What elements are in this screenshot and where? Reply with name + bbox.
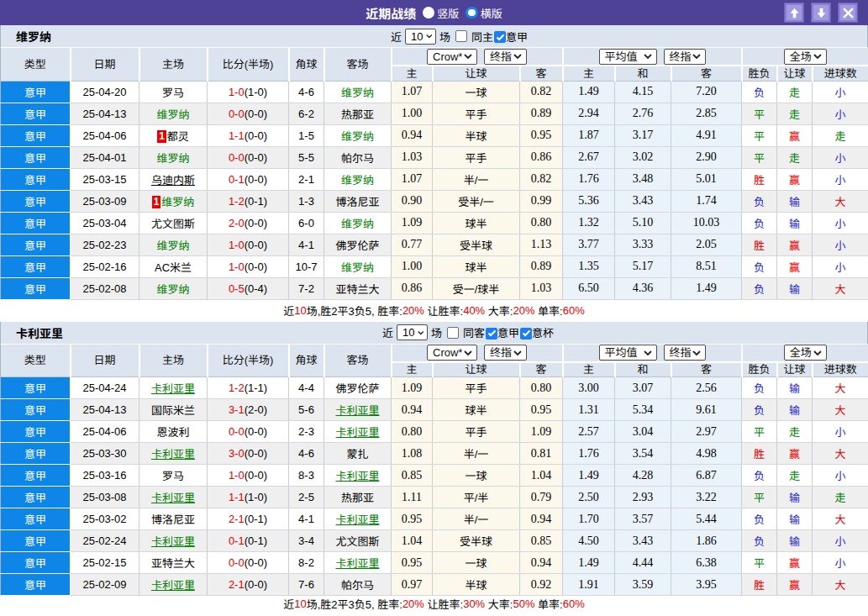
summary-text: 让胜率: [424, 303, 463, 319]
same-venue-checkbox[interactable] [447, 327, 459, 339]
blocks-container: 维罗纳 近 10 场 同主 意甲 类型 日期 主场 [0, 25, 868, 616]
away-team-cell[interactable]: 维罗纳 [324, 255, 392, 277]
score-cell: 1-1(1-0) [208, 487, 289, 508]
away-team-cell[interactable]: 卡利亚里 [324, 421, 392, 443]
away-team-cell[interactable]: 佛罗伦萨 [324, 377, 392, 399]
match-count-select[interactable]: 10 [397, 324, 428, 340]
match-count-select[interactable]: 10 [405, 29, 436, 45]
home-team-cell[interactable]: 卡利亚里 [139, 443, 208, 465]
odds-source-select[interactable]: Crow* [427, 49, 477, 65]
away-team-cell[interactable]: 卡利亚里 [324, 465, 392, 487]
away-team-cell[interactable]: 维罗纳 [324, 168, 392, 190]
score-cell: 0-1(0-0) [208, 168, 289, 190]
home-team-cell[interactable]: 卡利亚里 [139, 530, 208, 552]
home-team-cell[interactable]: 博洛尼亚 [139, 508, 208, 530]
avg-source-select[interactable]: 平均值 [599, 49, 657, 65]
home-odds-cell: 0.95 [392, 552, 433, 574]
away-team-cell[interactable]: 帕尔马 [324, 574, 392, 596]
home-team-cell[interactable]: 卡利亚里 [139, 487, 208, 508]
panel-title: 近期战绩 [366, 4, 416, 22]
match-row: 意甲25-02-23维罗纳1-0(0-0)4-1佛罗伦萨0.77受半球1.133… [1, 234, 868, 255]
home-team-cell[interactable]: 维罗纳 [139, 146, 208, 168]
away-team-cell[interactable]: 热那亚 [324, 487, 392, 508]
away-team-cell[interactable]: 佛罗伦萨 [324, 234, 392, 255]
league-filter-checkbox[interactable] [520, 328, 532, 340]
avg-source-select[interactable]: 平均值 [599, 345, 657, 361]
horizontal-layout-label[interactable]: 横版 [481, 5, 502, 21]
avg-group-header: 平均值 终指 [563, 48, 742, 66]
home-team-cell[interactable]: 1维罗纳 [139, 190, 208, 212]
subcol-主: 主 [392, 66, 433, 81]
home-team-cell[interactable]: 恩波利 [139, 421, 208, 443]
home-team-cell[interactable]: 1都灵 [139, 124, 208, 146]
scope-select[interactable]: 全场 [784, 49, 827, 65]
league-cell: 意甲 [1, 255, 71, 277]
goals-result-cell: 大 [813, 574, 868, 596]
subcol-和: 和 [615, 66, 671, 81]
away-team-cell[interactable]: 维罗纳 [324, 124, 392, 146]
avg-draw-cell: 3.43 [615, 190, 671, 212]
score-cell: 0-0(0-0) [208, 103, 289, 124]
away-team-cell[interactable]: 卡利亚里 [324, 508, 392, 530]
home-team-cell[interactable]: 罗马 [139, 81, 208, 103]
league-filter-checkbox[interactable] [494, 31, 506, 43]
subcol-进球数: 进球数 [813, 66, 868, 81]
home-team-cell[interactable]: 卡利亚里 [139, 574, 208, 596]
home-team-cell[interactable]: 维罗纳 [139, 277, 208, 299]
odds-time-select[interactable]: 终指 [484, 49, 527, 65]
home-team-cell[interactable]: 亚特兰大 [139, 552, 208, 574]
league-filter-checkbox[interactable] [486, 328, 497, 340]
subcol-让球: 让球 [777, 66, 813, 81]
goals-result-cell: 大 [813, 377, 868, 399]
summary-row: 近10场,胜2平3负5, 胜率:20% 让胜率:40% 大率:20% 单率:60… [0, 300, 868, 322]
home-team-cell[interactable]: 维罗纳 [139, 234, 208, 255]
unit-label: 场 [431, 324, 442, 340]
odds-group-header: Crow* 终指 [392, 345, 563, 362]
home-odds-cell: 1.04 [392, 530, 433, 552]
handicap-cell: 平手 [433, 377, 520, 399]
away-team-cell[interactable]: 热那亚 [324, 103, 392, 124]
home-team-cell[interactable]: 乌迪内斯 [139, 168, 208, 190]
summary-text: 大率: [485, 303, 513, 319]
away-team-cell[interactable]: 博洛尼亚 [324, 190, 392, 212]
home-team-cell[interactable]: AC米兰 [139, 255, 208, 277]
vertical-layout-label[interactable]: 竖版 [437, 5, 459, 21]
horizontal-layout-radio[interactable] [466, 7, 478, 19]
home-team-cell[interactable]: 罗马 [139, 465, 208, 487]
away-team-cell[interactable]: 卡利亚里 [324, 399, 392, 421]
same-venue-checkbox[interactable] [455, 30, 467, 42]
home-team-cell[interactable]: 卡利亚里 [139, 377, 208, 399]
handicap-cell: 一球 [433, 465, 520, 487]
away-odds-cell: 0.80 [520, 212, 563, 234]
vertical-layout-radio[interactable] [423, 7, 434, 18]
handicap-result-cell: 赢 [777, 574, 813, 596]
full-group-header: 全场 [742, 48, 868, 66]
avg-draw-cell: 5.10 [615, 212, 671, 234]
league-cell: 意甲 [1, 103, 71, 124]
result-cell: 平 [742, 421, 777, 443]
odds-source-select[interactable]: Crow* [427, 345, 477, 361]
score-cell: 1-2(0-1) [208, 190, 289, 212]
home-team-cell[interactable]: 国际米兰 [139, 399, 208, 421]
home-odds-cell: 0.77 [392, 234, 433, 255]
away-team-cell[interactable]: 帕尔马 [324, 146, 392, 168]
away-team-cell[interactable]: 维罗纳 [324, 81, 392, 103]
away-team-cell[interactable]: 尤文图斯 [324, 530, 392, 552]
away-team-cell[interactable]: 蒙扎 [324, 443, 392, 465]
away-team-cell[interactable]: 维罗纳 [324, 212, 392, 234]
move-up-button[interactable] [785, 3, 803, 22]
home-team-cell[interactable]: 尤文图斯 [139, 212, 208, 234]
avg-away-cell: 1.74 [671, 190, 742, 212]
scope-select[interactable]: 全场 [784, 345, 827, 361]
move-down-button[interactable] [812, 3, 830, 22]
handicap-result-cell: 输 [777, 190, 813, 212]
close-button[interactable] [839, 3, 857, 22]
odds-time-select[interactable]: 终指 [484, 345, 527, 361]
away-team-cell[interactable]: 亚特兰大 [324, 277, 392, 299]
avg-time-select[interactable]: 终指 [664, 345, 706, 361]
avg-time-select[interactable]: 终指 [664, 49, 706, 65]
away-team-cell[interactable]: 卡利亚里 [324, 552, 392, 574]
avg-draw-cell: 3.54 [615, 443, 671, 465]
avg-draw-cell: 3.57 [615, 508, 671, 530]
home-team-cell[interactable]: 维罗纳 [139, 103, 208, 124]
